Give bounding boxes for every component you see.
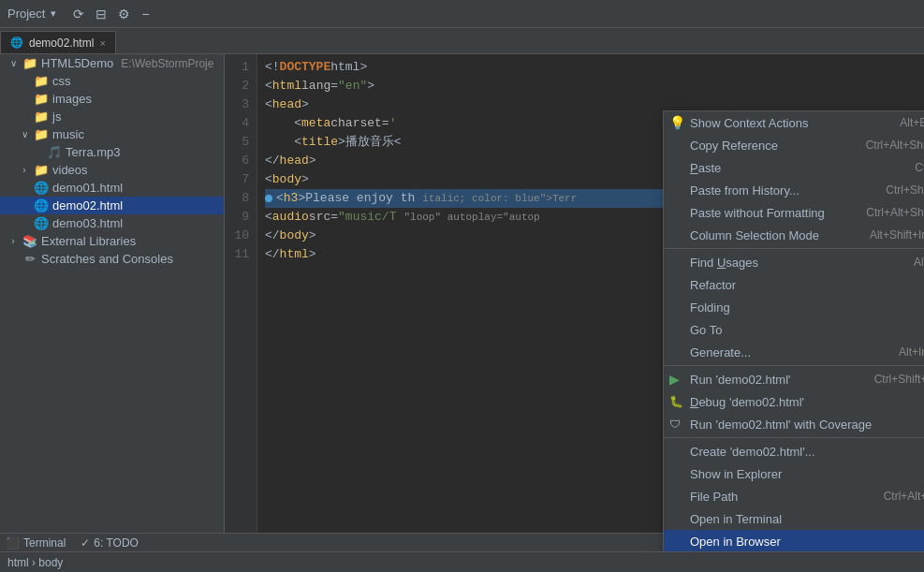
coverage-icon: 🛡 <box>669 418 681 431</box>
menu-separator-3 <box>664 437 924 438</box>
menu-shortcut: Alt+F7 <box>914 256 924 269</box>
menu-goto[interactable]: Go To › <box>664 318 924 341</box>
sidebar-item-label: images <box>52 92 92 106</box>
sidebar-item-label: css <box>52 74 71 88</box>
folder-icon: 📁 <box>34 110 49 124</box>
menu-shortcut: Ctrl+Shift+V <box>886 183 924 197</box>
breadcrumb-text: html › body <box>7 556 63 569</box>
sidebar-item-terra-mp3[interactable]: 🎵 Terra.mp3 <box>0 143 224 161</box>
editor-tab-demo02[interactable]: 🌐 demo02.html × <box>0 31 116 53</box>
settings-icon[interactable]: ⚙ <box>114 5 134 23</box>
menu-item-label: Copy Reference <box>690 139 778 153</box>
menu-shortcut: Alt+Insert <box>899 345 924 359</box>
menu-column-selection[interactable]: Column Selection Mode Alt+Shift+Insert <box>664 224 924 246</box>
sidebar-item-images[interactable]: 📁 images <box>0 90 224 108</box>
debug-icon: 🐛 <box>669 395 683 408</box>
menu-show-context-actions[interactable]: 💡 Show Context Actions Alt+Enter <box>664 111 924 134</box>
menu-item-label: Run 'demo02.html' <box>690 373 791 387</box>
todo-label: 6: TODO <box>94 536 139 550</box>
line-numbers: 1 2 3 4 5 6 7 8 9 10 11 <box>225 54 257 551</box>
menu-item-label: Generate... <box>690 345 751 359</box>
menu-item-label: Open in Terminal <box>690 512 782 526</box>
todo-tab[interactable]: ✓ 6: TODO <box>81 536 139 550</box>
editor-area[interactable]: 1 2 3 4 5 6 7 8 9 10 11 <!DOCTYPE html> … <box>225 54 924 551</box>
menu-paste-without-formatting[interactable]: Paste without Formatting Ctrl+Alt+Shift+… <box>664 201 924 224</box>
menu-find-usages[interactable]: Find Usages Alt+F7 <box>664 251 924 273</box>
sidebar-item-music[interactable]: ∨ 📁 music <box>0 125 224 143</box>
menu-file-path[interactable]: File Path Ctrl+Alt+F12 <box>664 485 924 507</box>
menu-run-coverage[interactable]: 🛡 Run 'demo02.html' with Coverage <box>664 413 924 435</box>
lib-icon: 📚 <box>22 234 37 248</box>
menu-folding[interactable]: Folding › <box>664 296 924 318</box>
lightbulb-icon: 💡 <box>669 115 685 130</box>
html-file-icon: 🌐 <box>34 198 49 213</box>
folder-icon: 📁 <box>34 92 49 106</box>
menu-generate[interactable]: Generate... Alt+Insert <box>664 341 924 363</box>
sidebar-item-label: videos <box>52 163 88 177</box>
arrow-icon: ∨ <box>19 129 30 139</box>
scratches-icon: ✏ <box>22 252 37 266</box>
menu-show-in-explorer[interactable]: Show in Explorer <box>664 462 924 485</box>
minimize-icon[interactable]: − <box>138 5 153 23</box>
menu-item-label: Paste without Formatting <box>690 206 825 220</box>
sidebar-item-demo01[interactable]: 🌐 demo01.html <box>0 179 224 197</box>
sidebar: ∨ 📁 HTML5Demo E:\WebStormProje 📁 css 📁 i… <box>0 54 225 551</box>
tab-label: demo02.html <box>29 37 94 50</box>
menu-paste[interactable]: Paste Ctrl+V <box>664 156 924 179</box>
html-file-icon: 🌐 <box>34 216 49 230</box>
title-bar: Project ▾ ⟳ ⊟ ⚙ − <box>0 0 924 28</box>
menu-refactor[interactable]: Refactor › <box>664 273 924 296</box>
sidebar-item-label: Scratches and Consoles <box>41 252 173 266</box>
collapse-icon[interactable]: ⊟ <box>92 5 110 23</box>
menu-run[interactable]: ▶ Run 'demo02.html' Ctrl+Shift+F10 <box>664 368 924 390</box>
sidebar-item-videos[interactable]: › 📁 videos <box>0 161 224 179</box>
folder-icon: 📁 <box>34 163 49 177</box>
menu-shortcut: Alt+Shift+Insert <box>870 228 924 242</box>
menu-item-label: Refactor <box>690 278 736 292</box>
menu-paste-from-history[interactable]: Paste from History... Ctrl+Shift+V <box>664 179 924 201</box>
menu-item-label: Debug 'demo02.html' <box>690 395 804 409</box>
menu-item-label: Open in Browser <box>690 535 781 549</box>
menu-item-label: Column Selection Mode <box>690 228 819 242</box>
sidebar-item-external-libs[interactable]: › 📚 External Libraries <box>0 232 224 250</box>
sidebar-item-demo03[interactable]: 🌐 demo03.html <box>0 214 224 232</box>
breadcrumb: html › body <box>7 556 63 569</box>
menu-shortcut: Ctrl+V <box>915 161 924 174</box>
sidebar-item-demo02[interactable]: 🌐 demo02.html <box>0 197 224 214</box>
context-menu: 💡 Show Context Actions Alt+Enter Copy Re… <box>663 110 924 551</box>
tab-icon: 🌐 <box>10 37 23 49</box>
sync-icon[interactable]: ⟳ <box>69 5 88 23</box>
arrow-icon: ∨ <box>7 58 19 68</box>
tab-close-button[interactable]: × <box>99 37 105 49</box>
menu-item-label: Go To <box>690 323 722 337</box>
menu-shortcut: Alt+Enter <box>900 116 924 129</box>
main-layout: ∨ 📁 HTML5Demo E:\WebStormProje 📁 css 📁 i… <box>0 54 924 551</box>
sidebar-item-label: HTML5Demo <box>41 56 113 70</box>
menu-open-in-terminal[interactable]: Open in Terminal <box>664 507 924 530</box>
terminal-tab[interactable]: ⬛ Terminal <box>6 536 66 550</box>
menu-create[interactable]: Create 'demo02.html'... <box>664 440 924 462</box>
sidebar-item-label: js <box>52 110 61 124</box>
sidebar-item-css[interactable]: 📁 css <box>0 72 224 90</box>
tab-bar: 🌐 demo02.html × <box>0 28 924 54</box>
menu-shortcut: Ctrl+Shift+F10 <box>874 373 924 386</box>
menu-copy-reference[interactable]: Copy Reference Ctrl+Alt+Shift+C <box>664 134 924 156</box>
code-line-1: <!DOCTYPE html> <box>265 58 917 77</box>
terminal-label: Terminal <box>23 536 66 550</box>
sidebar-item-label: demo02.html <box>52 198 123 213</box>
menu-item-label: Paste <box>690 161 721 175</box>
sidebar-item-scratches[interactable]: ✏ Scratches and Consoles <box>0 250 224 268</box>
code-line-2: <html lang="en"> <box>265 77 917 95</box>
menu-separator-2 <box>664 365 924 366</box>
folder-icon: 📁 <box>34 127 49 141</box>
sidebar-item-html5demo[interactable]: ∨ 📁 HTML5Demo E:\WebStormProje <box>0 54 224 72</box>
title-dropdown-icon[interactable]: ▾ <box>51 7 56 20</box>
menu-shortcut: Ctrl+Alt+F12 <box>884 490 924 503</box>
sidebar-item-path: E:\WebStormProje <box>121 57 213 70</box>
menu-shortcut: Ctrl+Alt+Shift+V <box>866 206 924 219</box>
menu-item-label: Find Usages <box>690 256 758 270</box>
menu-item-label: Run 'demo02.html' with Coverage <box>690 418 872 432</box>
menu-debug[interactable]: 🐛 Debug 'demo02.html' <box>664 390 924 413</box>
sidebar-item-js[interactable]: 📁 js <box>0 108 224 125</box>
menu-open-in-browser[interactable]: Open in Browser › <box>664 530 924 551</box>
